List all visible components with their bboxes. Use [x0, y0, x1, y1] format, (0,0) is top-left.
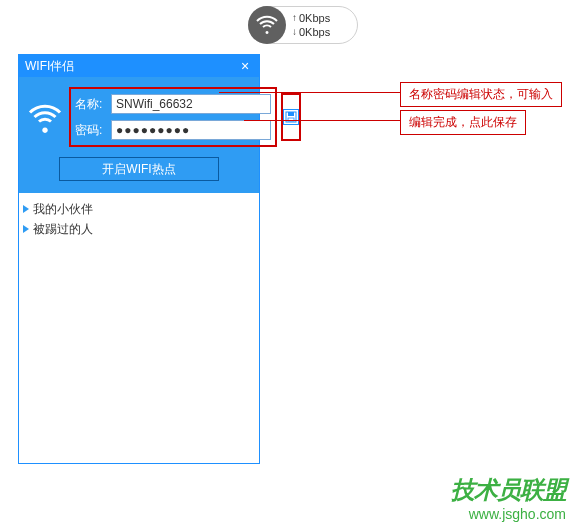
up-arrow-icon: ↑ — [292, 11, 297, 25]
annotation-line — [244, 120, 400, 121]
upload-value: 0Kbps — [299, 11, 330, 25]
download-speed: ↓ 0Kbps — [292, 25, 330, 39]
credentials-form: 名称: 密码: ●●●●●●●●● — [69, 87, 277, 147]
titlebar[interactable]: WIFI伴侣 × — [19, 55, 259, 77]
wifi-companion-window: WIFI伴侣 × 名称: 密码: ●●●●●●●●● — [18, 54, 260, 464]
list-item-friends[interactable]: 我的小伙伴 — [23, 199, 255, 219]
save-button-highlight — [281, 93, 301, 141]
download-value: 0Kbps — [299, 25, 330, 39]
speed-stats: ↑ 0Kbps ↓ 0Kbps — [292, 11, 330, 39]
chevron-right-icon — [23, 225, 29, 233]
wifi-icon-circle — [248, 6, 286, 44]
wifi-large-icon-box — [27, 95, 63, 139]
callout-edit-hint: 名称密码编辑状态，可输入 — [400, 82, 562, 107]
list-item-label: 被踢过的人 — [33, 221, 93, 238]
wifi-password-input[interactable]: ●●●●●●●●● — [111, 120, 271, 140]
header-panel: 名称: 密码: ●●●●●●●●● 开启W — [19, 77, 259, 193]
password-label: 密码: — [75, 122, 111, 139]
client-list: 我的小伙伴 被踢过的人 — [19, 193, 259, 463]
callout-save-hint: 编辑完成，点此保存 — [400, 110, 526, 135]
save-button[interactable] — [283, 109, 299, 125]
chevron-right-icon — [23, 205, 29, 213]
watermark-title: 技术员联盟 — [451, 474, 566, 506]
watermark: 技术员联盟 www.jsgho.com — [451, 474, 566, 522]
list-item-label: 我的小伙伴 — [33, 201, 93, 218]
save-icon — [285, 111, 297, 123]
upload-speed: ↑ 0Kbps — [292, 11, 330, 25]
close-button[interactable]: × — [237, 58, 253, 74]
wifi-icon — [255, 13, 279, 37]
speed-indicator: ↑ 0Kbps ↓ 0Kbps — [248, 6, 358, 44]
start-button-label: 开启WIFI热点 — [102, 161, 175, 178]
header-row: 名称: 密码: ●●●●●●●●● — [27, 87, 251, 147]
name-row: 名称: — [75, 93, 271, 115]
down-arrow-icon: ↓ — [292, 25, 297, 39]
password-row: 密码: ●●●●●●●●● — [75, 119, 271, 141]
wifi-icon — [27, 99, 63, 135]
svg-rect-1 — [288, 112, 294, 116]
wifi-name-input[interactable] — [111, 94, 271, 114]
window-title: WIFI伴侣 — [25, 58, 74, 75]
watermark-url: www.jsgho.com — [451, 506, 566, 522]
list-item-kicked[interactable]: 被踢过的人 — [23, 219, 255, 239]
start-hotspot-button[interactable]: 开启WIFI热点 — [59, 157, 219, 181]
annotation-line — [219, 92, 400, 93]
name-label: 名称: — [75, 96, 111, 113]
